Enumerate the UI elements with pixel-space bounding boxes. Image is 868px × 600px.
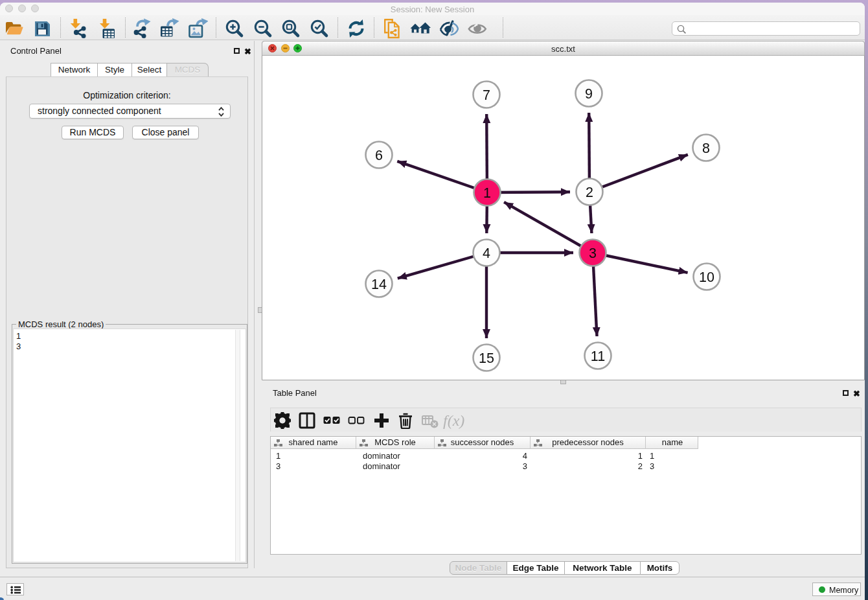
svg-text:2: 2 — [586, 185, 593, 200]
svg-text:9: 9 — [585, 86, 593, 102]
svg-text:3: 3 — [589, 246, 597, 261]
svg-text:15: 15 — [479, 351, 494, 366]
svg-text:1: 1 — [483, 185, 491, 201]
svg-text:6: 6 — [375, 148, 383, 163]
svg-text:8: 8 — [702, 141, 710, 156]
svg-text:11: 11 — [591, 349, 605, 364]
svg-text:7: 7 — [483, 87, 490, 103]
svg-text:10: 10 — [699, 270, 714, 285]
svg-text:4: 4 — [483, 246, 490, 261]
svg-text:14: 14 — [371, 277, 387, 292]
